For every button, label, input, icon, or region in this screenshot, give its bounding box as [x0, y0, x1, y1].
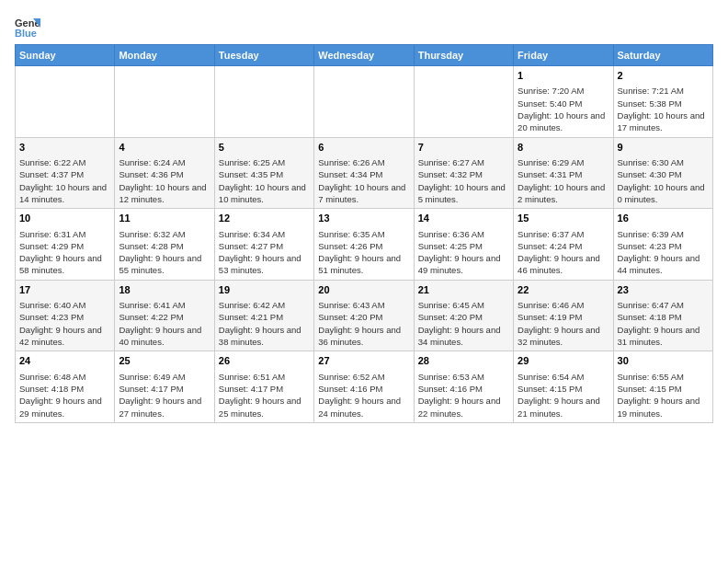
day-info: Sunrise: 6:29 AM Sunset: 4:31 PM Dayligh…	[518, 156, 609, 205]
day-info: Sunrise: 6:35 AM Sunset: 4:26 PM Dayligh…	[318, 228, 409, 277]
calendar-cell: 9Sunrise: 6:30 AM Sunset: 4:30 PM Daylig…	[613, 137, 712, 209]
week-row-5: 24Sunrise: 6:48 AM Sunset: 4:18 PM Dayli…	[16, 351, 713, 423]
calendar-cell: 7Sunrise: 6:27 AM Sunset: 4:32 PM Daylig…	[414, 137, 513, 209]
day-number: 25	[119, 354, 210, 368]
day-number: 6	[318, 141, 409, 155]
day-number: 21	[418, 283, 509, 297]
day-info: Sunrise: 6:24 AM Sunset: 4:36 PM Dayligh…	[119, 156, 210, 205]
calendar-cell: 8Sunrise: 6:29 AM Sunset: 4:31 PM Daylig…	[514, 137, 613, 209]
week-row-4: 17Sunrise: 6:40 AM Sunset: 4:23 PM Dayli…	[16, 280, 713, 351]
calendar-cell: 24Sunrise: 6:48 AM Sunset: 4:18 PM Dayli…	[16, 351, 115, 423]
calendar-cell: 14Sunrise: 6:36 AM Sunset: 4:25 PM Dayli…	[414, 209, 513, 281]
calendar-cell	[414, 66, 513, 138]
calendar-cell: 30Sunrise: 6:55 AM Sunset: 4:15 PM Dayli…	[613, 351, 712, 423]
day-number: 13	[318, 212, 409, 225]
day-info: Sunrise: 6:22 AM Sunset: 4:37 PM Dayligh…	[19, 156, 110, 205]
day-number: 29	[518, 354, 609, 368]
day-number: 15	[518, 212, 609, 225]
calendar-cell: 29Sunrise: 6:54 AM Sunset: 4:15 PM Dayli…	[514, 351, 613, 423]
day-info: Sunrise: 6:46 AM Sunset: 4:19 PM Dayligh…	[518, 299, 609, 348]
day-number: 16	[618, 212, 709, 225]
week-row-1: 1Sunrise: 7:20 AM Sunset: 5:40 PM Daylig…	[16, 66, 713, 138]
calendar-cell: 28Sunrise: 6:53 AM Sunset: 4:16 PM Dayli…	[414, 351, 513, 423]
day-number: 28	[418, 354, 509, 368]
day-header-friday: Friday	[514, 45, 613, 66]
day-number: 18	[119, 283, 210, 297]
calendar-header-row: SundayMondayTuesdayWednesdayThursdayFrid…	[16, 45, 713, 66]
calendar-cell: 23Sunrise: 6:47 AM Sunset: 4:18 PM Dayli…	[613, 280, 712, 351]
day-info: Sunrise: 6:40 AM Sunset: 4:23 PM Dayligh…	[19, 299, 110, 348]
day-info: Sunrise: 6:55 AM Sunset: 4:15 PM Dayligh…	[618, 371, 709, 419]
day-number: 11	[119, 212, 210, 225]
day-number: 24	[19, 354, 110, 368]
day-info: Sunrise: 6:48 AM Sunset: 4:18 PM Dayligh…	[19, 371, 110, 419]
calendar-cell: 17Sunrise: 6:40 AM Sunset: 4:23 PM Dayli…	[16, 280, 115, 351]
day-number: 27	[318, 354, 409, 368]
day-info: Sunrise: 6:26 AM Sunset: 4:34 PM Dayligh…	[318, 156, 409, 205]
calendar-cell: 18Sunrise: 6:41 AM Sunset: 4:22 PM Dayli…	[115, 280, 214, 351]
calendar-cell: 6Sunrise: 6:26 AM Sunset: 4:34 PM Daylig…	[314, 137, 414, 209]
day-info: Sunrise: 6:54 AM Sunset: 4:15 PM Dayligh…	[518, 371, 609, 419]
calendar-cell: 20Sunrise: 6:43 AM Sunset: 4:20 PM Dayli…	[314, 280, 414, 351]
week-row-2: 3Sunrise: 6:22 AM Sunset: 4:37 PM Daylig…	[16, 137, 713, 209]
day-number: 5	[219, 141, 310, 155]
header: General Blue	[15, 15, 713, 40]
day-info: Sunrise: 6:42 AM Sunset: 4:21 PM Dayligh…	[219, 299, 310, 348]
day-number: 8	[518, 141, 609, 155]
day-info: Sunrise: 6:27 AM Sunset: 4:32 PM Dayligh…	[418, 156, 509, 205]
calendar-cell	[115, 66, 214, 138]
day-info: Sunrise: 6:32 AM Sunset: 4:28 PM Dayligh…	[119, 228, 210, 277]
calendar-table: SundayMondayTuesdayWednesdayThursdayFrid…	[15, 44, 713, 423]
week-row-3: 10Sunrise: 6:31 AM Sunset: 4:29 PM Dayli…	[16, 209, 713, 281]
day-number: 22	[518, 283, 609, 297]
day-number: 4	[119, 141, 210, 155]
day-number: 3	[19, 141, 110, 155]
calendar-cell: 13Sunrise: 6:35 AM Sunset: 4:26 PM Dayli…	[314, 209, 414, 281]
day-header-tuesday: Tuesday	[214, 45, 313, 66]
day-info: Sunrise: 6:30 AM Sunset: 4:30 PM Dayligh…	[618, 156, 709, 205]
day-number: 30	[618, 354, 709, 368]
logo-icon: General Blue	[15, 15, 40, 40]
day-info: Sunrise: 6:41 AM Sunset: 4:22 PM Dayligh…	[119, 299, 210, 348]
calendar-cell: 11Sunrise: 6:32 AM Sunset: 4:28 PM Dayli…	[115, 209, 214, 281]
day-number: 12	[219, 212, 310, 225]
calendar-cell: 1Sunrise: 7:20 AM Sunset: 5:40 PM Daylig…	[514, 66, 613, 138]
calendar-cell: 25Sunrise: 6:49 AM Sunset: 4:17 PM Dayli…	[115, 351, 214, 423]
calendar-cell: 2Sunrise: 7:21 AM Sunset: 5:38 PM Daylig…	[613, 66, 712, 138]
day-info: Sunrise: 6:52 AM Sunset: 4:16 PM Dayligh…	[318, 371, 409, 419]
calendar-cell	[16, 66, 115, 138]
day-header-sunday: Sunday	[16, 45, 115, 66]
day-info: Sunrise: 6:34 AM Sunset: 4:27 PM Dayligh…	[219, 228, 310, 277]
day-info: Sunrise: 6:37 AM Sunset: 4:24 PM Dayligh…	[518, 228, 609, 277]
day-header-monday: Monday	[115, 45, 214, 66]
day-number: 23	[618, 283, 709, 297]
calendar-cell: 22Sunrise: 6:46 AM Sunset: 4:19 PM Dayli…	[514, 280, 613, 351]
calendar-cell	[214, 66, 313, 138]
calendar-cell: 12Sunrise: 6:34 AM Sunset: 4:27 PM Dayli…	[214, 209, 313, 281]
calendar-cell: 19Sunrise: 6:42 AM Sunset: 4:21 PM Dayli…	[214, 280, 313, 351]
day-number: 26	[219, 354, 310, 368]
day-info: Sunrise: 6:36 AM Sunset: 4:25 PM Dayligh…	[418, 228, 509, 277]
day-number: 19	[219, 283, 310, 297]
day-info: Sunrise: 6:45 AM Sunset: 4:20 PM Dayligh…	[418, 299, 509, 348]
calendar-cell: 26Sunrise: 6:51 AM Sunset: 4:17 PM Dayli…	[214, 351, 313, 423]
calendar-cell: 3Sunrise: 6:22 AM Sunset: 4:37 PM Daylig…	[16, 137, 115, 209]
day-header-saturday: Saturday	[613, 45, 712, 66]
day-info: Sunrise: 6:47 AM Sunset: 4:18 PM Dayligh…	[618, 299, 709, 348]
day-number: 17	[19, 283, 110, 297]
calendar-cell: 21Sunrise: 6:45 AM Sunset: 4:20 PM Dayli…	[414, 280, 513, 351]
day-info: Sunrise: 6:25 AM Sunset: 4:35 PM Dayligh…	[219, 156, 310, 205]
day-info: Sunrise: 6:53 AM Sunset: 4:16 PM Dayligh…	[418, 371, 509, 419]
day-info: Sunrise: 6:49 AM Sunset: 4:17 PM Dayligh…	[119, 371, 210, 419]
day-number: 9	[618, 141, 709, 155]
day-info: Sunrise: 6:43 AM Sunset: 4:20 PM Dayligh…	[318, 299, 409, 348]
day-number: 14	[418, 212, 509, 225]
day-info: Sunrise: 6:31 AM Sunset: 4:29 PM Dayligh…	[19, 228, 110, 277]
day-number: 7	[418, 141, 509, 155]
calendar-body: 1Sunrise: 7:20 AM Sunset: 5:40 PM Daylig…	[16, 66, 713, 423]
day-number: 10	[19, 212, 110, 225]
day-number: 1	[518, 69, 609, 83]
calendar-cell: 27Sunrise: 6:52 AM Sunset: 4:16 PM Dayli…	[314, 351, 414, 423]
calendar-cell: 15Sunrise: 6:37 AM Sunset: 4:24 PM Dayli…	[514, 209, 613, 281]
calendar-cell: 16Sunrise: 6:39 AM Sunset: 4:23 PM Dayli…	[613, 209, 712, 281]
